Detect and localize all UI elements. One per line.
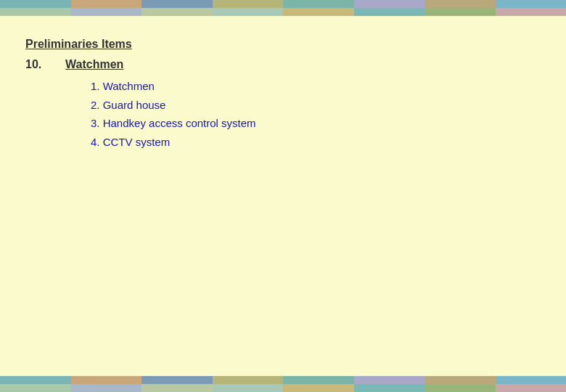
- bar-segment-3: [142, 0, 213, 16]
- section-number: 10.: [25, 58, 65, 71]
- bottom-bar-segment-7: [424, 376, 496, 392]
- bottom-bar-segment-8: [496, 376, 567, 392]
- list-item: 1. Watchmen: [91, 77, 541, 96]
- bottom-bar-segment-4: [213, 376, 284, 392]
- bottom-bar-segment-1: [0, 376, 71, 392]
- bottom-bar-segment-3: [142, 376, 213, 392]
- bar-segment-5: [283, 0, 354, 16]
- bottom-bar-segment-6: [354, 376, 425, 392]
- bar-segment-8: [496, 0, 567, 16]
- main-content: Preliminaries Items 10. Watchmen 1. Watc…: [0, 16, 566, 166]
- list-item: 4. CCTV system: [91, 133, 541, 152]
- list-item: 2. Guard house: [91, 96, 541, 115]
- bar-segment-4: [213, 0, 284, 16]
- bar-segment-6: [354, 0, 425, 16]
- bar-segment-2: [71, 0, 142, 16]
- items-list: 1. Watchmen 2. Guard house 3. Handkey ac…: [91, 77, 541, 151]
- section-header: 10. Watchmen: [25, 58, 541, 71]
- bottom-bar-segment-2: [71, 376, 142, 392]
- bottom-bar-segment-5: [283, 376, 354, 392]
- bar-segment-7: [424, 0, 496, 16]
- list-item: 3. Handkey access control system: [91, 114, 541, 133]
- bottom-decorative-bar: [0, 376, 566, 392]
- bar-segment-1: [0, 0, 71, 16]
- section-title: Watchmen: [65, 58, 123, 71]
- page-title: Preliminaries Items: [25, 38, 541, 51]
- top-decorative-bar: [0, 0, 566, 16]
